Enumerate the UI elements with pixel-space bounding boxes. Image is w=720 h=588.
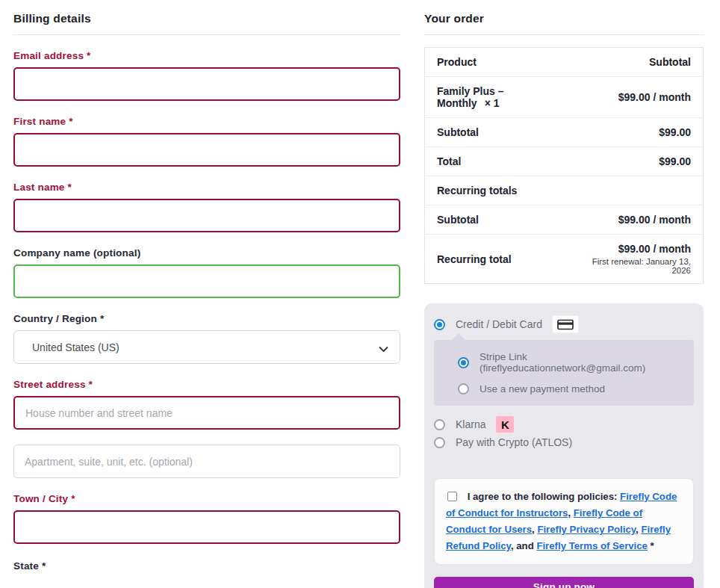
- row-value: $99.00 / monthFirst renewal: January 13,…: [570, 235, 704, 284]
- billing-title: Billing details: [13, 12, 400, 25]
- radio-dot: [437, 322, 442, 327]
- klarna-label: Klarna: [456, 418, 485, 430]
- new-method-radio[interactable]: [458, 383, 469, 394]
- billing-fields: Email address *First name *Last name *Co…: [13, 50, 400, 572]
- terms-box: I agree to the following policies: Firef…: [434, 478, 694, 565]
- field-email: Email address *: [13, 50, 400, 101]
- table-row: Subtotal$99.00 / month: [425, 205, 704, 235]
- payment-option-stripe-link[interactable]: Stripe Link (fireflyeducationnetwork@gma…: [446, 351, 682, 374]
- first-name-input[interactable]: [13, 133, 400, 167]
- divider: [13, 34, 400, 35]
- street-address-label: Street address *: [13, 379, 400, 390]
- payment-method-card[interactable]: Credit / Debit Card: [434, 316, 694, 332]
- payment-panel: Credit / Debit CardStripe Link (fireflye…: [424, 303, 704, 588]
- crypto-radio[interactable]: [434, 437, 445, 448]
- radio-dot: [461, 360, 466, 365]
- card-radio[interactable]: [434, 319, 445, 330]
- row-value: $99.00: [570, 118, 704, 147]
- table-row: Family Plus – Monthly× 1$99.00 / month: [425, 77, 704, 118]
- email-label: Email address *: [13, 50, 400, 61]
- field-first-name: First name *: [13, 116, 400, 167]
- row-label: Subtotal: [425, 205, 570, 235]
- field-city: Town / City *: [13, 493, 400, 544]
- field-street-address: Street address *: [13, 379, 400, 430]
- row-value: [570, 176, 704, 205]
- klarna-radio[interactable]: [434, 419, 445, 430]
- city-label: Town / City *: [13, 493, 400, 504]
- klarna-icon: K: [496, 416, 514, 433]
- row-quantity: × 1: [485, 97, 500, 109]
- saved-payment-options: Stripe Link (fireflyeducationnetwork@gma…: [434, 340, 694, 406]
- street-address-input[interactable]: [13, 396, 400, 430]
- stripe-link-label: Stripe Link (fireflyeducationnetwork@gma…: [480, 351, 682, 374]
- payment-method-klarna[interactable]: KlarnaK: [434, 416, 694, 433]
- company-input[interactable]: [13, 264, 400, 298]
- credit-card-icon: [553, 316, 578, 332]
- first-name-label: First name *: [13, 116, 400, 127]
- row-note: First renewal: January 13, 2026: [582, 257, 691, 275]
- country-select-wrap: United States (US): [13, 330, 400, 364]
- table-row: Total$99.00: [425, 147, 704, 176]
- country-select[interactable]: United States (US): [13, 330, 400, 364]
- checkout-page: Billing details Email address *First nam…: [0, 0, 720, 588]
- policy-link[interactable]: Firefly Privacy Policy: [537, 524, 636, 535]
- policy-link[interactable]: Firefly Terms of Service: [536, 540, 648, 551]
- row-label: Subtotal: [425, 118, 570, 147]
- payment-option-new-method[interactable]: Use a new payment method: [446, 383, 682, 394]
- row-label: Family Plus – Monthly× 1: [425, 77, 570, 118]
- subtotal-header: Subtotal: [570, 48, 704, 77]
- last-name-input[interactable]: [13, 199, 400, 232]
- crypto-label: Pay with Crypto (ATLOS): [456, 436, 572, 448]
- billing-section: Billing details Email address *First nam…: [13, 9, 400, 588]
- row-value: $99.00 / month: [570, 77, 704, 118]
- stripe-link-radio[interactable]: [458, 357, 469, 368]
- card-label: Credit / Debit Card: [456, 318, 542, 330]
- field-state: State *: [13, 560, 400, 572]
- row-value: $99.00: [570, 147, 704, 176]
- terms-text: I agree to the following policies: Firef…: [446, 491, 677, 551]
- field-country: Country / Region *United States (US): [13, 313, 400, 364]
- table-row: Subtotal$99.00: [425, 118, 704, 147]
- row-label: Total: [425, 147, 570, 176]
- country-label: Country / Region *: [13, 313, 400, 324]
- sign-up-button[interactable]: Sign up now: [434, 577, 694, 588]
- company-label: Company name (optional): [13, 247, 400, 259]
- payment-methods: Credit / Debit CardStripe Link (fireflye…: [434, 316, 694, 448]
- city-input[interactable]: [13, 510, 400, 544]
- field-company: Company name (optional): [13, 247, 400, 298]
- address-2-input[interactable]: [13, 445, 400, 478]
- row-label: Recurring total: [425, 235, 570, 284]
- order-title: Your order: [424, 12, 704, 25]
- table-row: Recurring totals: [425, 176, 704, 205]
- row-value: $99.00 / month: [570, 205, 704, 235]
- last-name-label: Last name *: [13, 182, 400, 193]
- payment-method-crypto[interactable]: Pay with Crypto (ATLOS): [434, 436, 694, 448]
- field-last-name: Last name *: [13, 182, 400, 232]
- product-header: Product: [425, 48, 570, 77]
- terms-checkbox[interactable]: [447, 492, 457, 501]
- order-section: Your order ProductSubtotalFamily Plus – …: [424, 9, 704, 588]
- table-row: Recurring total$99.00 / monthFirst renew…: [425, 235, 704, 284]
- state-label: State *: [13, 560, 400, 572]
- new-method-label: Use a new payment method: [480, 383, 605, 394]
- email-input[interactable]: [13, 67, 400, 101]
- order-table: ProductSubtotalFamily Plus – Monthly× 1$…: [424, 47, 704, 284]
- row-label: Recurring totals: [425, 176, 570, 205]
- field-address-2: [13, 445, 400, 478]
- table-header-row: ProductSubtotal: [425, 48, 704, 77]
- divider: [424, 34, 704, 35]
